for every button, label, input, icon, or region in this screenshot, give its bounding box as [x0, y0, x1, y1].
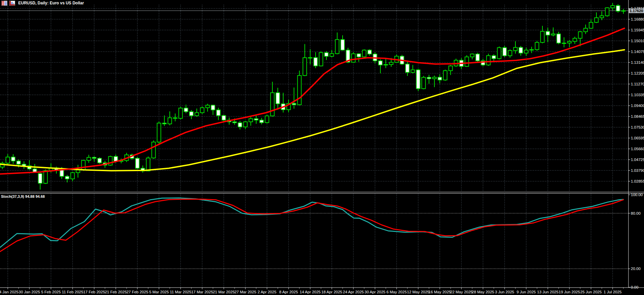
date-label: 14 Apr 2025 — [300, 290, 321, 294]
date-label: 11 Feb 2025 — [62, 290, 83, 294]
date-label: 5 Feb 2025 — [41, 290, 61, 294]
candle-body — [363, 50, 366, 57]
candle-body — [476, 54, 480, 61]
candle-body — [433, 77, 436, 79]
candle-body — [17, 161, 21, 164]
axes — [0, 0, 644, 288]
price-axis-label: 1.12205 — [631, 71, 644, 75]
chart-window: 1.178151.168801.159451.150101.140751.131… — [0, 0, 644, 295]
candle-body — [422, 77, 426, 89]
price-axis-label: 1.15945 — [631, 28, 644, 32]
candle-body — [492, 56, 496, 59]
candle-body — [152, 142, 156, 158]
candle-body — [292, 103, 296, 105]
date-label: 8 Apr 2025 — [279, 290, 298, 294]
candle-body — [60, 170, 64, 177]
candle-body — [146, 158, 150, 171]
candle-body — [136, 158, 139, 168]
date-label: 1 Jul 2025 — [603, 290, 621, 294]
price-axis[interactable]: 1.178151.168801.159451.150101.140751.131… — [628, 6, 644, 289]
candle-body — [584, 28, 588, 32]
price-axis-label: 1.03790 — [631, 168, 644, 172]
date-label: 17 Mar 2025 — [191, 290, 213, 294]
candle-body — [379, 61, 382, 65]
date-label: 24 Jan 2025 — [0, 290, 19, 294]
candle-body — [87, 157, 91, 160]
date-label: 16 May 2025 — [429, 290, 451, 294]
candle-body — [487, 56, 490, 65]
candle-body — [314, 58, 318, 66]
price-axis-label: 1.14075 — [631, 50, 644, 54]
candle-body — [519, 48, 523, 53]
candle-body — [109, 157, 112, 165]
candle-body — [541, 31, 544, 43]
stochastic-label: Stoch(37,3,9) 94.88 94.68 — [1, 194, 45, 198]
chart-title: EURUSD, Daily: Euro vs US Dollar — [18, 1, 84, 5]
date-label: 6 May 2025 — [386, 290, 407, 294]
price-axis-label: 1.13140 — [631, 60, 644, 64]
candle-body — [595, 18, 598, 23]
candle-body — [233, 122, 237, 123]
candle-body — [6, 157, 10, 163]
candle-body — [173, 118, 177, 118]
candle-body — [195, 113, 199, 116]
candle-body — [65, 176, 69, 179]
date-label: 18 Apr 2025 — [321, 290, 342, 294]
candle-body — [200, 108, 204, 113]
candle-body — [427, 77, 431, 79]
candle-body — [157, 123, 161, 142]
date-label: 5 Mar 2025 — [149, 290, 169, 294]
candle-body — [319, 53, 323, 66]
stoch-axis-label: 0.00 — [631, 285, 638, 289]
chart-list-icon — [1, 1, 7, 6]
candle-body — [298, 76, 301, 105]
stochastic-main-value: 94.88 — [25, 194, 35, 198]
stoch-axis-label: 100.00 — [631, 193, 643, 197]
candle-body — [622, 11, 625, 11]
date-label: 2 Apr 2025 — [258, 290, 276, 294]
candle-body — [438, 77, 442, 80]
candle-body — [508, 51, 512, 56]
candle-body — [368, 50, 372, 54]
candle-body — [514, 48, 517, 51]
candle-body — [471, 54, 474, 57]
candle-body — [557, 34, 561, 43]
candle-body — [606, 8, 609, 16]
date-label: 12 May 2025 — [407, 290, 430, 294]
price-axis-label: 1.11270 — [631, 82, 644, 86]
candle-body — [325, 53, 328, 56]
date-label: 21 Mar 2025 — [213, 290, 235, 294]
candle-body — [568, 42, 571, 43]
date-label: 9 Jun 2025 — [517, 290, 536, 294]
candle-body — [498, 48, 501, 59]
date-label: 24 Apr 2025 — [343, 290, 364, 294]
candle-body — [390, 62, 393, 65]
bar-chart-icon — [9, 1, 15, 6]
candle-body — [616, 6, 620, 11]
grid — [0, 5, 628, 288]
candle-body — [411, 70, 415, 73]
candle-body — [271, 93, 274, 116]
date-label: 28 May 2025 — [472, 290, 494, 294]
candle-body — [244, 122, 247, 127]
candle-body — [465, 57, 469, 66]
ma-slow-line — [0, 50, 624, 170]
date-label: 21 Feb 2025 — [105, 290, 127, 294]
current-price-label: 1.17620 — [629, 8, 644, 13]
candle-body — [98, 158, 102, 163]
date-label: 27 Feb 2025 — [127, 290, 149, 294]
candle-body — [211, 105, 215, 110]
candle-body — [265, 116, 269, 123]
candle-body — [600, 16, 604, 18]
candle-body — [589, 22, 593, 28]
candle-body — [330, 54, 334, 56]
candle-body — [163, 123, 166, 124]
candle-body — [92, 157, 96, 158]
stochastic-name: Stoch(37,3,9) — [1, 194, 24, 198]
time-axis[interactable]: 24 Jan 202530 Jan 20255 Feb 202511 Feb 2… — [0, 288, 623, 294]
stoch-axis-label: 80.00 — [631, 211, 641, 215]
candle-body — [341, 39, 345, 50]
price-axis-label: 1.06595 — [631, 136, 644, 140]
candle-body — [249, 119, 253, 122]
price-axis-label: 1.07530 — [631, 125, 644, 129]
